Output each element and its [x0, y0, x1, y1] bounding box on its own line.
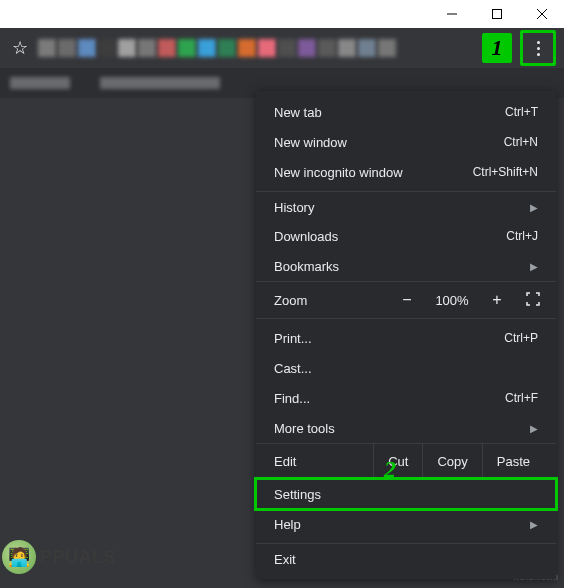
kebab-icon [537, 41, 540, 56]
menu-label: Downloads [274, 229, 338, 244]
menu-shortcut: Ctrl+N [504, 135, 538, 149]
menu-new-tab[interactable]: New tab Ctrl+T [256, 97, 556, 127]
chevron-right-icon: ▶ [530, 202, 538, 213]
svg-rect-1 [492, 10, 501, 19]
chrome-menu-button[interactable] [520, 30, 556, 66]
chrome-main-menu: New tab Ctrl+T New window Ctrl+N New inc… [256, 91, 556, 579]
logo-avatar-icon: 🧑‍💻 [2, 540, 36, 574]
menu-shortcut: Ctrl+F [505, 391, 538, 405]
menu-label: Help [274, 517, 301, 532]
extension-icon[interactable] [78, 39, 96, 57]
brand-logo: 🧑‍💻 PPUALS [2, 540, 116, 574]
extension-icon[interactable] [358, 39, 376, 57]
minimize-icon [447, 9, 457, 19]
menu-label: Find... [274, 391, 310, 406]
extension-icon[interactable] [158, 39, 176, 57]
extension-icon[interactable] [278, 39, 296, 57]
extension-icon[interactable] [338, 39, 356, 57]
close-icon [537, 9, 547, 19]
extension-icon[interactable] [318, 39, 336, 57]
bookmark-item[interactable] [10, 77, 70, 89]
menu-label: More tools [274, 421, 335, 436]
extensions-row [38, 39, 396, 57]
extension-icon[interactable] [118, 39, 136, 57]
zoom-label: Zoom [274, 293, 384, 308]
chevron-right-icon: ▶ [530, 423, 538, 434]
edit-paste-button[interactable]: Paste [482, 444, 544, 478]
menu-label: New tab [274, 105, 322, 120]
menu-find[interactable]: Find... Ctrl+F [256, 383, 556, 413]
menu-label: Bookmarks [274, 259, 339, 274]
menu-shortcut: Ctrl+Shift+N [473, 165, 538, 179]
extension-icon[interactable] [238, 39, 256, 57]
zoom-in-button[interactable]: + [482, 291, 512, 309]
fullscreen-button[interactable] [520, 292, 546, 309]
extension-icon[interactable] [258, 39, 276, 57]
edit-label: Edit [274, 454, 373, 469]
extension-icon[interactable] [298, 39, 316, 57]
extension-icon[interactable] [138, 39, 156, 57]
zoom-value: 100% [430, 293, 474, 308]
menu-label: Cast... [274, 361, 312, 376]
browser-toolbar: ☆ [0, 28, 564, 68]
menu-exit[interactable]: Exit [256, 543, 556, 573]
menu-label: New incognito window [274, 165, 403, 180]
menu-label: New window [274, 135, 347, 150]
bookmark-item[interactable] [100, 77, 220, 89]
menu-label: Settings [274, 487, 321, 502]
maximize-icon [492, 9, 502, 19]
menu-print[interactable]: Print... Ctrl+P [256, 323, 556, 353]
menu-help[interactable]: Help ▶ [256, 509, 556, 539]
menu-label: Print... [274, 331, 312, 346]
extension-icon[interactable] [38, 39, 56, 57]
annotation-1: 1 [482, 33, 512, 63]
chevron-right-icon: ▶ [530, 519, 538, 530]
menu-cast[interactable]: Cast... [256, 353, 556, 383]
menu-label: Exit [274, 552, 296, 567]
menu-shortcut: Ctrl+J [506, 229, 538, 243]
menu-history[interactable]: History ▶ [256, 191, 556, 221]
menu-shortcut: Ctrl+P [504, 331, 538, 345]
menu-label: History [274, 200, 314, 215]
fullscreen-icon [526, 292, 540, 306]
maximize-button[interactable] [474, 0, 519, 28]
window-titlebar [0, 0, 564, 28]
extension-icon[interactable] [178, 39, 196, 57]
annotation-2: 2 [384, 456, 396, 483]
bookmark-star-icon[interactable]: ☆ [12, 37, 28, 59]
extension-icon[interactable] [98, 39, 116, 57]
minimize-button[interactable] [429, 0, 474, 28]
extension-icon[interactable] [218, 39, 236, 57]
edit-copy-button[interactable]: Copy [422, 444, 481, 478]
edit-cut-button[interactable]: Cut [373, 444, 422, 478]
logo-text: PPUALS [40, 547, 116, 568]
menu-settings[interactable]: Settings [256, 479, 556, 509]
menu-zoom-row: Zoom − 100% + [256, 281, 556, 319]
menu-shortcut: Ctrl+T [505, 105, 538, 119]
menu-incognito[interactable]: New incognito window Ctrl+Shift+N [256, 157, 556, 187]
menu-more-tools[interactable]: More tools ▶ [256, 413, 556, 443]
extension-icon[interactable] [198, 39, 216, 57]
menu-new-window[interactable]: New window Ctrl+N [256, 127, 556, 157]
menu-downloads[interactable]: Downloads Ctrl+J [256, 221, 556, 251]
menu-bookmarks[interactable]: Bookmarks ▶ [256, 251, 556, 281]
extension-icon[interactable] [58, 39, 76, 57]
zoom-out-button[interactable]: − [392, 291, 422, 309]
extension-icon[interactable] [378, 39, 396, 57]
menu-edit-row: Edit Cut Copy Paste [256, 443, 556, 479]
chevron-right-icon: ▶ [530, 261, 538, 272]
close-button[interactable] [519, 0, 564, 28]
